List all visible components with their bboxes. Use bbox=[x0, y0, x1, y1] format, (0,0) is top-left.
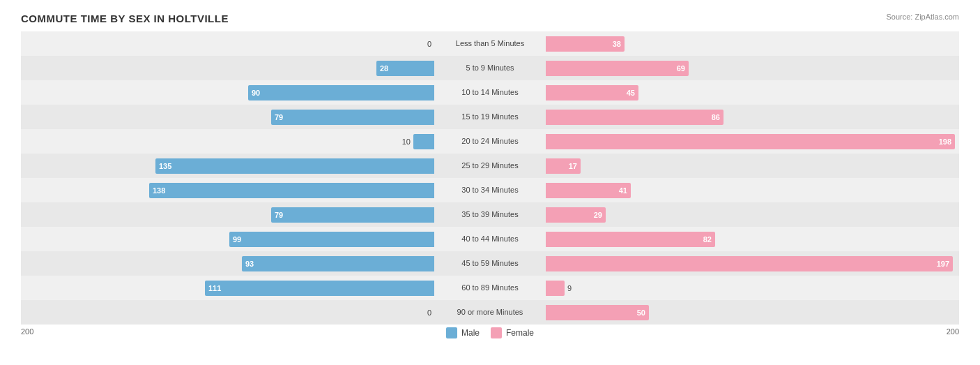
left-bar-area: 93 bbox=[21, 251, 434, 276]
legend-male-box bbox=[446, 327, 457, 338]
male-bar: 93 bbox=[242, 256, 434, 271]
left-bar-area: 135 bbox=[21, 154, 434, 178]
bar-row: 111 60 to 89 Minutes 9 bbox=[21, 276, 959, 300]
axis-label-left: 200 bbox=[21, 327, 434, 338]
chart-container: COMMUTE TIME BY SEX IN HOLTVILLE Source:… bbox=[0, 0, 980, 365]
left-bar-area: 99 bbox=[21, 227, 434, 251]
row-label: 25 to 29 Minutes bbox=[434, 161, 546, 170]
male-bar: 10 bbox=[413, 134, 434, 149]
female-value-inside: 50 bbox=[634, 308, 649, 317]
row-label: 40 to 44 Minutes bbox=[434, 234, 546, 244]
bar-row: 99 40 to 44 Minutes 82 bbox=[21, 227, 959, 251]
male-value-inside: 135 bbox=[155, 162, 175, 170]
row-label: 30 to 34 Minutes bbox=[434, 186, 546, 195]
bar-row: 138 30 to 34 Minutes 41 bbox=[21, 178, 959, 202]
legend-male-label: Male bbox=[461, 328, 480, 338]
male-bar: 90 bbox=[248, 85, 434, 100]
left-bar-area: 79 bbox=[21, 105, 434, 129]
bar-row: 79 15 to 19 Minutes 86 bbox=[21, 105, 959, 129]
right-bar-area: 41 bbox=[546, 178, 959, 202]
male-value-inside: 90 bbox=[248, 89, 263, 97]
bar-row: 0 90 or more Minutes 50 bbox=[21, 300, 959, 325]
row-label: Less than 5 Minutes bbox=[434, 39, 546, 48]
right-bar-area: 45 bbox=[546, 80, 959, 105]
male-value-inside: 99 bbox=[229, 235, 245, 244]
male-value-inside: 28 bbox=[376, 64, 392, 73]
bar-row: 10 20 to 24 Minutes 198 bbox=[21, 129, 959, 154]
left-bar-area: 0 bbox=[21, 300, 434, 325]
bar-row: 28 5 to 9 Minutes 69 bbox=[21, 56, 959, 80]
female-bar: 41 bbox=[546, 183, 631, 198]
right-bar-area: 86 bbox=[546, 105, 959, 129]
right-bar-area: 69 bbox=[546, 56, 959, 80]
row-label: 90 or more Minutes bbox=[434, 308, 546, 317]
bar-row: 135 25 to 29 Minutes 17 bbox=[21, 154, 959, 178]
chart-title: COMMUTE TIME BY SEX IN HOLTVILLE bbox=[21, 13, 959, 24]
male-value-inside: 93 bbox=[242, 260, 257, 268]
row-label: 5 to 9 Minutes bbox=[434, 64, 546, 73]
male-value-inside: 111 bbox=[205, 284, 224, 292]
male-value-outside: 0 bbox=[427, 308, 431, 317]
female-bar: 38 bbox=[546, 36, 625, 52]
male-value-inside: 79 bbox=[271, 211, 286, 219]
male-bar: 99 bbox=[229, 232, 434, 247]
bottom-section: 200 Male Female 200 bbox=[21, 327, 959, 338]
bar-row: 79 35 to 39 Minutes 29 bbox=[21, 202, 959, 227]
right-bar-area: 50 bbox=[546, 300, 959, 325]
female-bar: 197 bbox=[546, 256, 953, 271]
female-value-inside: 69 bbox=[673, 64, 689, 73]
left-bar-area: 138 bbox=[21, 178, 434, 202]
female-bar: 29 bbox=[546, 207, 606, 223]
row-label: 15 to 19 Minutes bbox=[434, 112, 546, 121]
female-bar: 50 bbox=[546, 305, 649, 320]
male-value-inside: 79 bbox=[271, 113, 286, 121]
female-value-inside: 38 bbox=[609, 40, 625, 48]
legend-female: Female bbox=[491, 327, 534, 338]
row-label: 20 to 24 Minutes bbox=[434, 137, 546, 146]
female-bar: 69 bbox=[546, 61, 689, 76]
right-bar-area: 9 bbox=[546, 276, 959, 300]
male-bar: 138 bbox=[149, 183, 434, 198]
row-label: 45 to 59 Minutes bbox=[434, 259, 546, 268]
female-value-inside: 41 bbox=[615, 186, 631, 195]
legend: Male Female bbox=[434, 327, 546, 338]
left-bar-area: 0 bbox=[21, 31, 434, 56]
female-value-inside: 82 bbox=[700, 235, 715, 244]
right-bar-area: 17 bbox=[546, 154, 959, 178]
axis-label-right: 200 bbox=[546, 327, 959, 338]
female-value-inside: 17 bbox=[565, 162, 581, 170]
male-value-outside: 0 bbox=[427, 40, 431, 48]
bar-row: 90 10 to 14 Minutes 45 bbox=[21, 80, 959, 105]
male-bar: 135 bbox=[155, 158, 434, 174]
female-bar: 9 bbox=[546, 281, 565, 296]
male-bar: 79 bbox=[271, 110, 434, 125]
male-bar: 79 bbox=[271, 207, 434, 223]
bar-row: 0 Less than 5 Minutes 38 bbox=[21, 31, 959, 56]
left-bar-area: 111 bbox=[21, 276, 434, 300]
female-bar: 82 bbox=[546, 232, 715, 247]
female-value-inside: 197 bbox=[933, 260, 953, 268]
male-bar: 111 bbox=[205, 281, 434, 296]
left-bar-area: 28 bbox=[21, 56, 434, 80]
legend-female-label: Female bbox=[506, 328, 534, 338]
bar-row: 93 45 to 59 Minutes 197 bbox=[21, 251, 959, 276]
legend-female-box bbox=[491, 327, 502, 338]
right-bar-area: 197 bbox=[546, 251, 959, 276]
legend-male: Male bbox=[446, 327, 480, 338]
male-bar: 28 bbox=[376, 61, 434, 76]
female-bar: 86 bbox=[546, 110, 723, 125]
row-label: 60 to 89 Minutes bbox=[434, 283, 546, 292]
right-bar-area: 82 bbox=[546, 227, 959, 251]
female-value-inside: 29 bbox=[590, 211, 606, 219]
right-bar-area: 29 bbox=[546, 202, 959, 227]
female-bar: 45 bbox=[546, 85, 638, 100]
source-label: Source: ZipAtlas.com bbox=[886, 13, 959, 21]
row-label: 35 to 39 Minutes bbox=[434, 210, 546, 219]
right-bar-area: 198 bbox=[546, 129, 959, 154]
female-value-inside: 198 bbox=[935, 137, 955, 146]
right-bar-area: 38 bbox=[546, 31, 959, 56]
female-bar: 198 bbox=[546, 134, 955, 149]
male-value-outside: 10 bbox=[402, 137, 411, 146]
row-label: 10 to 14 Minutes bbox=[434, 88, 546, 97]
rows-wrapper: 0 Less than 5 Minutes 38 28 5 to 9 Minut… bbox=[21, 31, 959, 325]
